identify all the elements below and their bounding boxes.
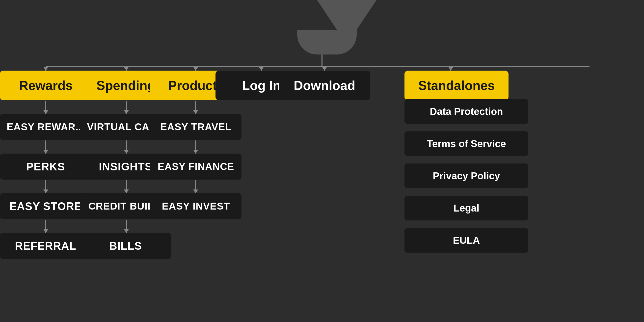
rewards-child-4[interactable]: REFERRAL — [0, 233, 91, 259]
rewards-child-1[interactable]: EASY REWAR... — [0, 114, 91, 140]
svg-marker-25 — [124, 150, 129, 154]
svg-marker-23 — [124, 110, 129, 114]
svg-marker-33 — [193, 150, 198, 154]
download-label: Download — [294, 78, 355, 93]
rewards-child-1-label: EASY REWAR... — [7, 121, 85, 132]
standalones-label: Standalones — [418, 78, 495, 93]
svg-marker-19 — [43, 190, 48, 193]
svg-marker-31 — [193, 110, 198, 114]
root-node-base — [297, 30, 357, 54]
standalone-5[interactable]: EULA — [404, 228, 528, 253]
svg-marker-9 — [124, 67, 129, 70]
spending-child-4-label: BILLS — [109, 240, 142, 252]
standalone-1[interactable]: Data Protection — [404, 99, 528, 124]
rewards-child-2-label: PERKS — [26, 160, 65, 173]
standalone-5-label: EULA — [453, 235, 480, 246]
svg-marker-15 — [43, 110, 48, 114]
products-child-2-label: EASY FINANCE — [158, 161, 234, 172]
standalone-3[interactable]: Privacy Policy — [404, 164, 528, 188]
rewards-child-4-label: REFERRAL — [15, 240, 76, 252]
rewards-child-2[interactable]: PERKS — [0, 154, 91, 180]
standalone-1-label: Data Protection — [430, 106, 503, 117]
svg-marker-17 — [43, 150, 48, 154]
svg-marker-8 — [43, 67, 48, 70]
products-child-2[interactable]: EASY FINANCE — [150, 154, 242, 180]
header-download[interactable]: Download — [279, 70, 370, 100]
spending-label: Spending — [96, 78, 155, 93]
standalone-2[interactable]: Terms of Service — [404, 131, 528, 156]
spending-child-2-label: INSIGHTS — [99, 160, 152, 173]
svg-marker-27 — [124, 190, 129, 193]
products-child-3[interactable]: EASY INVEST — [150, 193, 242, 219]
standalone-4-label: Legal — [454, 202, 479, 214]
header-standalones[interactable]: Standalones — [404, 70, 508, 100]
spending-child-4[interactable]: BILLS — [80, 233, 171, 259]
svg-marker-21 — [43, 229, 48, 233]
svg-marker-12 — [322, 67, 327, 70]
standalone-2-label: Terms of Service — [427, 138, 506, 149]
standalone-3-label: Privacy Policy — [433, 170, 500, 182]
svg-marker-10 — [193, 67, 198, 70]
rewards-label: Rewards — [19, 78, 73, 93]
products-child-1-label: EASY TRAVEL — [160, 121, 231, 132]
rewards-child-3-label: EASY STORE — [10, 200, 82, 212]
svg-marker-29 — [124, 229, 129, 233]
svg-marker-11 — [259, 67, 264, 70]
svg-marker-13 — [448, 67, 453, 70]
rewards-child-3[interactable]: EASY STORE — [0, 193, 91, 219]
header-rewards[interactable]: Rewards — [0, 70, 92, 100]
svg-marker-35 — [193, 190, 198, 193]
login-label: Log In — [242, 78, 281, 93]
products-child-1[interactable]: EASY TRAVEL — [150, 114, 242, 140]
standalone-4[interactable]: Legal — [404, 196, 528, 220]
products-child-3-label: EASY INVEST — [162, 201, 230, 212]
